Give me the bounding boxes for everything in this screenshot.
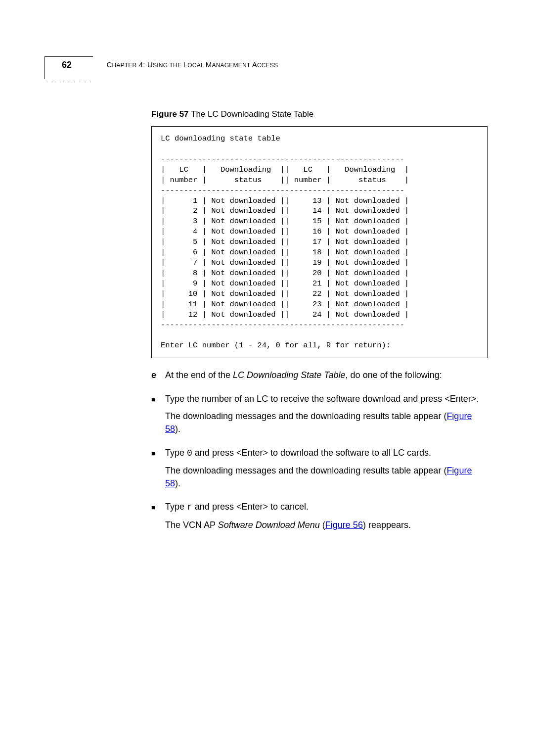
table-row: | 2 | Not downloaded || 14 | Not downloa… [161,206,409,215]
bullet-item: ■ Type 0 and press <Enter> to download t… [151,447,488,460]
table-row: | 8 | Not downloaded || 20 | Not downloa… [161,269,409,278]
bullet-item: ■ Type r and press <Enter> to cancel. [151,501,488,514]
sub-paragraph: The downloading messages and the downloa… [165,465,488,490]
table-row: | 9 | Not downloaded || 21 | Not downloa… [161,279,409,288]
sub-paragraph: The VCN AP Software Download Menu (Figur… [165,519,488,532]
bullet-item: ■ Type the number of an LC to receive th… [151,393,488,406]
decorative-dots: · ·· ·· · · · · · [46,79,93,85]
table-row: | 4 | Not downloaded || 16 | Not downloa… [161,227,409,236]
table-row: | 10 | Not downloaded || 22 | Not downlo… [161,289,409,298]
table-row: | 7 | Not downloaded || 19 | Not downloa… [161,258,409,267]
table-row: | 6 | Not downloaded || 18 | Not downloa… [161,248,409,257]
table-row: | 1 | Not downloaded || 13 | Not downloa… [161,196,409,205]
code-header-row: | LC | Downloading || LC | Downloading | [161,165,409,174]
table-row: | 3 | Not downloaded || 15 | Not downloa… [161,217,409,226]
code-header-row: | number | status || number | status | [161,176,409,185]
bullet-icon: ■ [151,447,165,460]
bullet-icon: ■ [151,393,165,406]
code-block: LC downloading state table -------------… [151,126,488,358]
page-header: 62 · ·· ·· · · · · · CHAPTER 4: USING TH… [44,59,480,85]
code-title: LC downloading state table [161,134,280,143]
bullet-body: Type the number of an LC to receive the … [165,393,488,406]
bullet-body: Type r and press <Enter> to cancel. [165,501,488,514]
page-number: 62 [44,56,93,79]
figure-caption: Figure 57 The LC Downloading State Table [151,109,488,119]
figure-link[interactable]: Figure 56 [325,520,363,530]
bullet-body: Type 0 and press <Enter> to download the… [165,447,488,460]
code-divider: ----------------------------------------… [161,155,404,164]
table-row: | 5 | Not downloaded || 17 | Not downloa… [161,237,409,246]
step-e: e At the end of the LC Downloading State… [151,369,488,382]
code-prompt: Enter LC number (1 - 24, 0 for all, R fo… [161,341,391,350]
table-row: | 11 | Not downloaded || 23 | Not downlo… [161,300,409,309]
code-divider: ----------------------------------------… [161,321,404,330]
step-label: e [151,369,165,382]
bullet-icon: ■ [151,501,165,514]
step-body: At the end of the LC Downloading State T… [165,369,488,382]
chapter-title: CHAPTER 4: USING THE LOCAL MANAGEMENT AC… [107,59,278,69]
table-row: | 12 | Not downloaded || 24 | Not downlo… [161,310,409,319]
code-divider: ----------------------------------------… [161,186,404,195]
sub-paragraph: The downloading messages and the downloa… [165,410,488,435]
